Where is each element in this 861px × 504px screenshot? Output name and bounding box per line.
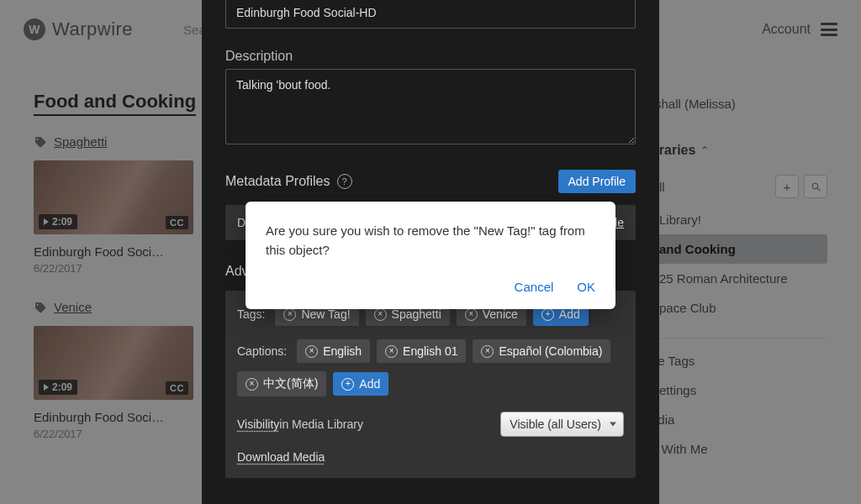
confirm-message: Are you sure you wish to remove the "New… [266, 222, 595, 260]
plus-icon: + [541, 308, 554, 321]
cancel-button[interactable]: Cancel [515, 280, 554, 294]
title-input[interactable] [225, 0, 636, 29]
remove-tag-icon[interactable]: × [374, 308, 387, 321]
download-media-link[interactable]: Download Media [237, 450, 325, 464]
description-label: Description [225, 49, 636, 64]
add-profile-button[interactable]: Add Profile [558, 170, 636, 193]
caption-chip-chinese[interactable]: ×中文(简体) [237, 371, 326, 396]
caption-chip-espanol[interactable]: ×Español (Colombia) [473, 339, 610, 363]
remove-caption-icon[interactable]: × [481, 345, 494, 358]
remove-tag-icon[interactable]: × [283, 308, 296, 321]
visibility-label[interactable]: Visibility [237, 417, 279, 431]
ok-button[interactable]: OK [577, 280, 595, 294]
description-input[interactable]: Talking 'bout food. [225, 69, 636, 144]
plus-icon: + [341, 378, 354, 391]
metadata-profiles-label: Metadata Profiles [225, 174, 330, 189]
confirm-dialog: Are you sure you wish to remove the "New… [246, 202, 615, 309]
caption-chip-english-01[interactable]: ×English 01 [377, 339, 466, 363]
add-caption-button[interactable]: +Add [333, 372, 388, 396]
caption-chip-english[interactable]: ×English [297, 339, 370, 363]
help-icon[interactable]: ? [337, 174, 352, 189]
visibility-select[interactable]: Visible (all Users) [500, 412, 624, 437]
tags-label: Tags: [237, 307, 265, 321]
visibility-rest: in Media Library [279, 417, 363, 431]
remove-caption-icon[interactable]: × [246, 378, 258, 391]
remove-caption-icon[interactable]: × [305, 345, 318, 358]
remove-tag-icon[interactable]: × [465, 308, 478, 321]
remove-caption-icon[interactable]: × [385, 345, 398, 358]
captions-label: Captions: [237, 344, 287, 358]
